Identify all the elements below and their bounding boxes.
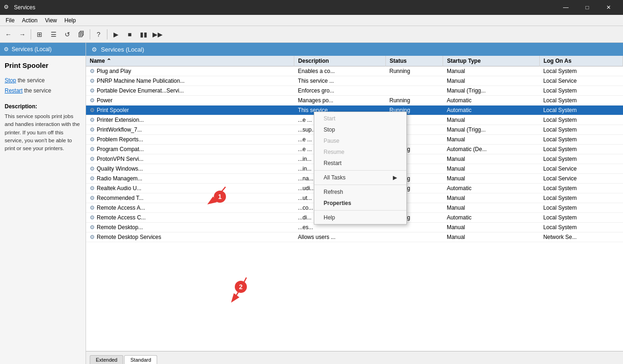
toolbar-separator-3 bbox=[107, 29, 107, 40]
service-logon-cell: Local System bbox=[539, 66, 623, 76]
right-panel: ⚙ Services (Local) Name ⌃ Description St… bbox=[86, 43, 623, 364]
window-controls: — □ ✕ bbox=[555, 0, 619, 15]
service-desc-cell: Manages po... bbox=[294, 96, 386, 106]
service-logon-cell: Local Service bbox=[539, 164, 623, 174]
gear-icon: ⚙ bbox=[90, 146, 95, 152]
gear-icon: ⚙ bbox=[90, 156, 95, 162]
service-logon-cell: Local System bbox=[539, 213, 623, 223]
ctx-start[interactable]: Start bbox=[314, 113, 406, 124]
service-name-cell: ⚙Power bbox=[86, 96, 294, 106]
service-logon-cell: Local System bbox=[539, 106, 623, 115]
maximize-button[interactable]: □ bbox=[577, 0, 598, 15]
service-status-cell: Running bbox=[385, 66, 443, 76]
ctx-sep-1 bbox=[314, 170, 406, 171]
gear-icon: ⚙ bbox=[90, 224, 95, 231]
ctx-restart[interactable]: Restart bbox=[314, 158, 406, 169]
service-logon-cell: Local System bbox=[539, 115, 623, 125]
col-status[interactable]: Status bbox=[385, 56, 443, 66]
table-row[interactable]: ⚙Plug and PlayEnables a co...RunningManu… bbox=[86, 66, 623, 76]
menu-view[interactable]: View bbox=[41, 16, 61, 25]
gear-icon: ⚙ bbox=[90, 205, 95, 211]
ctx-resume[interactable]: Resume bbox=[314, 146, 406, 158]
service-logon-cell: Local System bbox=[539, 145, 623, 154]
refresh-button[interactable]: ↺ bbox=[61, 28, 74, 41]
start-button[interactable]: ▶ bbox=[109, 28, 122, 41]
menu-help[interactable]: Help bbox=[61, 16, 80, 25]
col-log-on-as[interactable]: Log On As bbox=[539, 56, 623, 66]
stop-link[interactable]: Stop bbox=[5, 77, 16, 84]
service-name-cell: ⚙Program Compat... bbox=[86, 145, 294, 154]
table-row[interactable]: ⚙Portable Device Enumerat...Servi...Enfo… bbox=[86, 86, 623, 96]
service-name-cell: ⚙Remote Access A... bbox=[86, 203, 294, 213]
left-panel-header: ⚙ Services (Local) bbox=[0, 43, 86, 56]
ctx-help[interactable]: Help bbox=[314, 212, 406, 223]
table-row[interactable]: ⚙Remote Desktop ServicesAllows users ...… bbox=[86, 232, 623, 242]
ctx-all-tasks[interactable]: All Tasks ▶ bbox=[314, 172, 406, 183]
col-name[interactable]: Name ⌃ bbox=[86, 56, 294, 66]
service-logon-cell: Local System bbox=[539, 86, 623, 96]
help-button[interactable]: ? bbox=[92, 28, 105, 41]
service-name-cell: ⚙Realtek Audio U... bbox=[86, 184, 294, 193]
service-startup-cell: Manual bbox=[443, 223, 539, 232]
gear-icon: ⚙ bbox=[90, 165, 95, 172]
step-1-circle: 1 bbox=[214, 191, 226, 203]
menu-file[interactable]: File bbox=[2, 16, 18, 25]
service-logon-cell: Local System bbox=[539, 193, 623, 203]
ctx-all-tasks-arrow: ▶ bbox=[393, 174, 397, 181]
step-2-circle: 2 bbox=[235, 281, 247, 293]
gear-icon: ⚙ bbox=[90, 117, 95, 123]
service-startup-cell: Manual bbox=[443, 76, 539, 86]
ctx-all-tasks-label: All Tasks bbox=[324, 174, 345, 181]
properties-button[interactable]: 🗐 bbox=[75, 28, 88, 41]
forward-button[interactable]: → bbox=[16, 28, 29, 41]
ctx-stop[interactable]: Stop bbox=[314, 124, 406, 135]
description-text: This service spools print jobs and handl… bbox=[5, 113, 81, 152]
stop-text: the service bbox=[18, 77, 45, 84]
stop-button[interactable]: ■ bbox=[123, 28, 136, 41]
service-startup-cell: Manual (Trigg... bbox=[443, 86, 539, 96]
ctx-sep-2 bbox=[314, 185, 406, 185]
service-startup-cell: Manual bbox=[443, 232, 539, 242]
pause-button[interactable]: ▮▮ bbox=[137, 28, 150, 41]
menu-action[interactable]: Action bbox=[18, 16, 41, 25]
service-logon-cell: Local Service bbox=[539, 76, 623, 86]
col-startup-type[interactable]: Startup Type bbox=[443, 56, 539, 66]
show-hide-button[interactable]: ⊞ bbox=[33, 28, 46, 41]
service-name-cell: ⚙Quality Windows... bbox=[86, 164, 294, 174]
gear-icon: ⚙ bbox=[90, 97, 95, 104]
restart-link[interactable]: Restart bbox=[5, 87, 23, 94]
service-status-cell bbox=[385, 76, 443, 86]
service-startup-cell: Automatic bbox=[443, 106, 539, 115]
tab-extended[interactable]: Extended bbox=[90, 355, 123, 364]
service-status-cell bbox=[385, 86, 443, 96]
minimize-button[interactable]: — bbox=[555, 0, 577, 15]
ctx-refresh[interactable]: Refresh bbox=[314, 186, 406, 198]
window-title: Services bbox=[14, 4, 555, 11]
list-button[interactable]: ☰ bbox=[47, 28, 60, 41]
col-description[interactable]: Description bbox=[294, 56, 386, 66]
service-links: Stop the service Restart the service bbox=[5, 76, 81, 96]
service-startup-cell: Manual bbox=[443, 66, 539, 76]
restart-service-line: Restart the service bbox=[5, 86, 81, 96]
service-startup-cell: Manual bbox=[443, 135, 539, 145]
left-panel-content: Print Spooler Stop the service Restart t… bbox=[0, 56, 86, 364]
table-row[interactable]: ⚙PowerManages po...RunningAutomaticLocal… bbox=[86, 96, 623, 106]
resume-button[interactable]: ▶▶ bbox=[151, 28, 164, 41]
service-status-cell: Running bbox=[385, 96, 443, 106]
gear-icon: ⚙ bbox=[90, 175, 95, 182]
right-panel-title: Services (Local) bbox=[101, 46, 144, 53]
ctx-properties[interactable]: Properties bbox=[314, 198, 406, 209]
service-name-cell: ⚙Remote Desktop Services bbox=[86, 232, 294, 242]
back-button[interactable]: ← bbox=[2, 28, 15, 41]
service-startup-cell: Manual bbox=[443, 164, 539, 174]
table-row[interactable]: ⚙PNRP Machine Name Publication...This se… bbox=[86, 76, 623, 86]
bottom-tabs: Extended Standard bbox=[86, 351, 623, 364]
service-logon-cell: Local System bbox=[539, 154, 623, 164]
close-button[interactable]: ✕ bbox=[598, 0, 619, 15]
toolbar: ← → ⊞ ☰ ↺ 🗐 ? ▶ ■ ▮▮ ▶▶ bbox=[0, 26, 623, 43]
service-startup-cell: Automatic bbox=[443, 213, 539, 223]
right-panel-icon: ⚙ bbox=[92, 46, 97, 53]
ctx-pause[interactable]: Pause bbox=[314, 135, 406, 146]
service-logon-cell: Local System bbox=[539, 223, 623, 232]
tab-standard[interactable]: Standard bbox=[124, 355, 157, 364]
